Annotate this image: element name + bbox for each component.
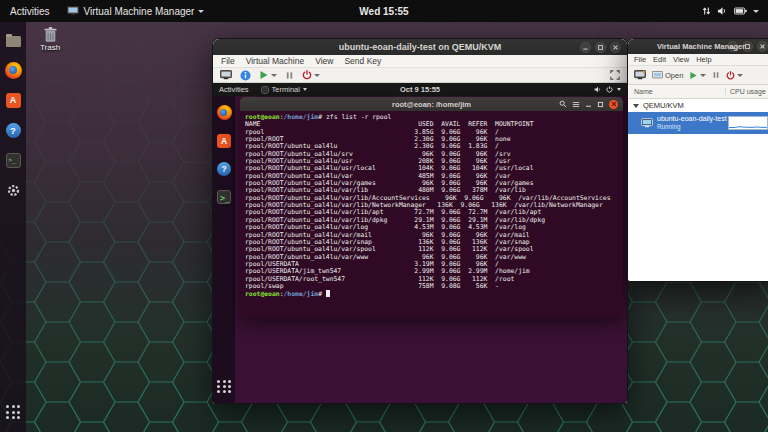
software-icon: A	[6, 93, 21, 108]
system-status-area[interactable]	[702, 0, 768, 22]
guest-dock-item-terminal[interactable]: >_	[216, 188, 233, 205]
terminal-title: root@eoan: /home/jim	[392, 100, 471, 109]
new-vm-button[interactable]	[634, 70, 646, 80]
guest-dock-item-software[interactable]: A	[216, 132, 233, 149]
pause-icon	[285, 71, 294, 80]
maximize-button[interactable]	[595, 42, 606, 53]
open-label: Open	[665, 71, 683, 80]
menu-file[interactable]: File	[634, 55, 646, 64]
terminal-body[interactable]: root@eoan:/home/jim#zfs list -r rpool NA…	[240, 111, 623, 317]
shutdown-vm-button[interactable]	[302, 70, 320, 80]
open-button[interactable]: Open	[652, 71, 683, 80]
menu-edit[interactable]: Edit	[653, 55, 666, 64]
volume-icon	[594, 86, 602, 93]
console-window-controls	[580, 42, 627, 53]
terminal-prompt-line: root@eoan:/home/jim#	[245, 290, 623, 298]
pause-button[interactable]	[712, 71, 720, 79]
terminal-glyph: >_	[9, 156, 16, 163]
terminal-output: NAME USED AVAIL REFER MOUNTPOINT rpool 3…	[245, 121, 623, 290]
firefox-icon	[217, 105, 232, 120]
chevron-down-icon	[271, 74, 277, 77]
chevron-down-icon	[303, 88, 307, 91]
vm-list-row[interactable]: ubuntu-eoan-daily-test Running	[628, 112, 768, 134]
cpu-usage-sparkline	[728, 116, 768, 130]
menu-virtual-machine[interactable]: Virtual Machine	[246, 56, 304, 66]
vm-name: ubuntu-eoan-daily-test	[657, 115, 727, 123]
guest-dock-item-help[interactable]: ?	[216, 160, 233, 177]
connection-row[interactable]: QEMU/KVM	[628, 99, 768, 112]
dock-item-firefox[interactable]	[3, 60, 23, 80]
run-vm-button[interactable]	[259, 70, 277, 80]
menu-help[interactable]: Help	[696, 55, 711, 64]
vm-labels: ubuntu-eoan-daily-test Running	[657, 115, 727, 130]
guest-terminal-window: root@eoan: /home/jim	[240, 97, 623, 317]
terminal-icon: >_	[6, 153, 21, 168]
fullscreen-button[interactable]	[610, 70, 620, 80]
column-header-name[interactable]: Name	[628, 88, 726, 95]
guest-activities-label: Activities	[219, 85, 249, 94]
guest-display[interactable]: Activities Terminal Oct 9 15:55 A ? >	[213, 83, 627, 403]
console-titlebar[interactable]: ubuntu-eoan-daily-test on QEMU/KVM	[213, 39, 627, 55]
help-glyph: ?	[10, 125, 16, 136]
chevron-down-icon	[753, 10, 759, 13]
fullscreen-icon	[610, 70, 620, 80]
close-button[interactable]	[610, 42, 621, 53]
menu-send-key[interactable]: Send Key	[344, 56, 381, 66]
guest-app-menu-button[interactable]: Terminal	[255, 85, 313, 94]
pause-vm-button[interactable]	[285, 71, 294, 80]
software-icon: A	[217, 134, 231, 148]
help-glyph: ?	[221, 164, 226, 174]
guest-dock: A ? >_	[213, 96, 235, 403]
trash-label: Trash	[30, 43, 70, 52]
app-menu-button[interactable]: Virtual Machine Manager	[59, 0, 212, 22]
menu-file[interactable]: File	[221, 56, 235, 66]
run-button[interactable]	[689, 71, 706, 80]
guest-system-status-area[interactable]	[594, 86, 627, 93]
guest-top-bar: Activities Terminal Oct 9 15:55	[213, 83, 627, 96]
expander-icon[interactable]	[633, 104, 639, 108]
dock-item-software[interactable]: A	[3, 90, 23, 110]
guest-clock[interactable]: Oct 9 15:55	[400, 85, 440, 94]
guest-show-applications-button[interactable]	[216, 378, 233, 395]
manager-titlebar[interactable]: Virtual Machine Manager	[628, 39, 768, 54]
show-console-button[interactable]	[220, 70, 232, 80]
software-letter: A	[221, 136, 227, 146]
console-toolbar	[213, 68, 627, 83]
show-applications-button[interactable]	[3, 402, 23, 422]
terminal-cursor	[326, 290, 330, 297]
menu-view[interactable]: View	[315, 56, 333, 66]
search-icon[interactable]	[559, 100, 567, 108]
dock-item-settings[interactable]	[3, 180, 23, 200]
activities-button[interactable]: Activities	[0, 0, 59, 22]
console-window-title: ubuntu-eoan-daily-test on QEMU/KVM	[339, 42, 502, 52]
console-menubar: File Virtual Machine View Send Key	[213, 55, 627, 68]
menu-icon[interactable]	[572, 101, 580, 108]
dock-item-help[interactable]: ?	[3, 120, 23, 140]
maximize-icon[interactable]	[597, 101, 604, 108]
menu-view[interactable]: View	[673, 55, 689, 64]
guest-activities-button[interactable]: Activities	[213, 83, 255, 96]
vm-icon	[641, 118, 653, 128]
activities-label: Activities	[10, 6, 49, 17]
column-header-cpu-usage[interactable]: CPU usage	[726, 88, 766, 95]
help-icon: ?	[6, 123, 21, 138]
open-console-icon	[652, 71, 663, 80]
terminal-header-buttons	[559, 100, 623, 109]
guest-dock-item-firefox[interactable]	[216, 104, 233, 121]
close-button[interactable]	[757, 41, 768, 52]
minimize-button[interactable]	[580, 42, 591, 53]
virt-manager-app-icon	[67, 6, 79, 16]
minimize-icon[interactable]	[585, 101, 592, 108]
guest-clock-label: Oct 9 15:55	[400, 85, 440, 94]
clock[interactable]: Wed 15:55	[359, 6, 408, 17]
trash-desktop-icon[interactable]: Trash	[30, 26, 70, 52]
dock-item-terminal[interactable]: >_	[3, 150, 23, 170]
close-icon[interactable]	[609, 100, 618, 109]
shutdown-button[interactable]	[726, 71, 743, 80]
vm-console-window: ubuntu-eoan-daily-test on QEMU/KVM File …	[212, 38, 628, 404]
dock-item-files[interactable]	[3, 30, 23, 50]
vm-details-button[interactable]	[240, 70, 251, 81]
show-applications-icon	[217, 380, 230, 393]
terminal-titlebar[interactable]: root@eoan: /home/jim	[240, 97, 623, 112]
battery-icon	[734, 7, 747, 15]
